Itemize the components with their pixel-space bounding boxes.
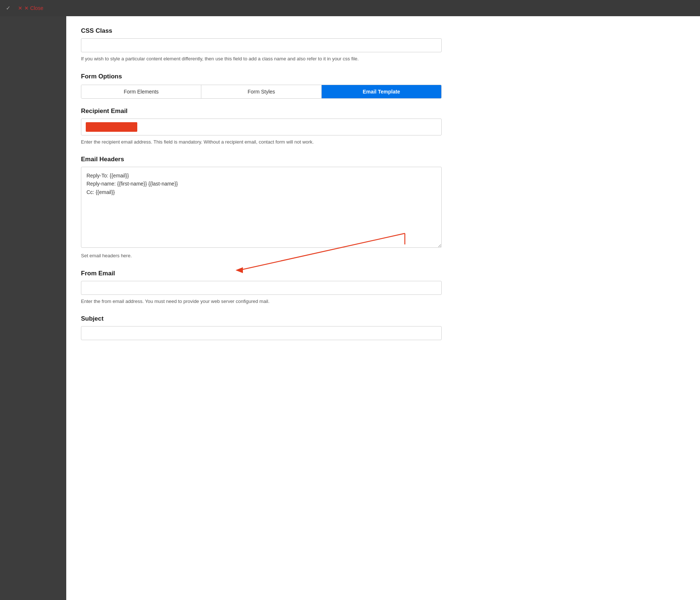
subject-input[interactable]: {{имя}} | {{site-name}} xyxy=(81,326,442,340)
email-headers-label: Email Headers xyxy=(81,156,442,163)
from-email-helper: Enter the from email address. You must n… xyxy=(81,298,442,305)
left-sidebar xyxy=(0,0,66,600)
main-content: CSS Class If you wish to style a particu… xyxy=(66,16,700,600)
tab-group: Form Elements Form Styles Email Template xyxy=(81,85,442,99)
tab-form-elements[interactable]: Form Elements xyxy=(81,85,201,98)
css-class-section: CSS Class If you wish to style a particu… xyxy=(81,27,442,63)
email-headers-textarea[interactable]: Reply-To: {{email}} Reply-name: {{first-… xyxy=(81,167,442,248)
email-headers-section: Email Headers Reply-To: {{email}} Reply-… xyxy=(81,156,442,260)
form-options-section: Form Options Form Elements Form Styles E… xyxy=(81,73,442,99)
recipient-email-section: Recipient Email Enter the recipient emai… xyxy=(81,107,442,146)
close-button[interactable]: ✕ ✕ Close xyxy=(18,5,43,11)
email-headers-helper: Set email headers here. xyxy=(81,252,442,260)
recipient-email-helper: Enter the recipient email address. This … xyxy=(81,138,442,146)
form-options-label: Form Options xyxy=(81,73,442,80)
close-label: ✕ Close xyxy=(24,5,43,11)
recipient-email-input-wrapper[interactable] xyxy=(81,119,442,135)
subject-label: Subject xyxy=(81,315,442,322)
tab-form-styles[interactable]: Form Styles xyxy=(201,85,321,98)
from-email-label: From Email xyxy=(81,270,442,277)
close-icon: ✕ xyxy=(18,5,22,11)
tab-email-template[interactable]: Email Template xyxy=(322,85,441,98)
from-email-section: From Email Enter the from email address.… xyxy=(81,270,442,305)
save-check-button[interactable]: ✓ xyxy=(6,5,11,11)
from-email-input[interactable] xyxy=(81,281,442,295)
recipient-email-tag xyxy=(86,122,137,132)
css-class-label: CSS Class xyxy=(81,27,442,35)
check-icon: ✓ xyxy=(6,5,11,11)
subject-section: Subject {{имя}} | {{site-name}} xyxy=(81,315,442,340)
recipient-email-label: Recipient Email xyxy=(81,107,442,115)
top-bar: ✓ ✕ ✕ Close xyxy=(0,0,700,16)
css-class-helper: If you wish to style a particular conten… xyxy=(81,55,442,63)
css-class-input[interactable] xyxy=(81,38,442,52)
